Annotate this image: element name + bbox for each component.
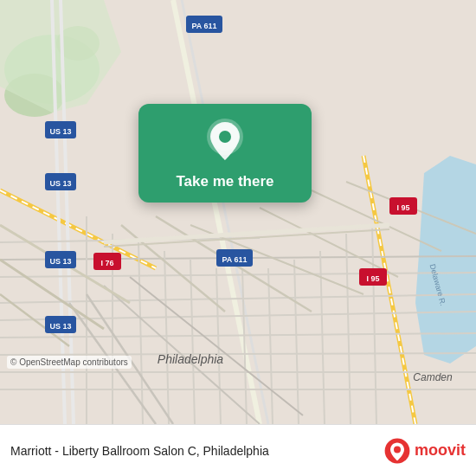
copyright-text: © OpenStreetMap contributors xyxy=(7,356,132,369)
take-me-there-card[interactable]: Take me there xyxy=(138,104,312,203)
map-container: US 13 US 13 US 13 US 13 PA 611 PA 611 I … xyxy=(0,0,476,424)
svg-text:Camden: Camden xyxy=(413,371,453,383)
svg-text:US 13: US 13 xyxy=(49,322,71,331)
moovit-logo[interactable]: moovit xyxy=(383,437,466,465)
svg-text:US 13: US 13 xyxy=(49,257,71,266)
svg-point-75 xyxy=(394,446,401,453)
bottom-bar: Marriott - Liberty Ballroom Salon C, Phi… xyxy=(0,424,476,476)
place-name: Marriott - Liberty Ballroom Salon C, Phi… xyxy=(10,444,375,458)
svg-text:PA 611: PA 611 xyxy=(222,255,247,264)
svg-text:Philadelphia: Philadelphia xyxy=(158,352,223,366)
svg-text:I 95: I 95 xyxy=(366,274,379,283)
take-me-there-label: Take me there xyxy=(176,173,273,190)
location-icon-wrapper xyxy=(203,119,248,164)
svg-text:PA 611: PA 611 xyxy=(191,22,216,30)
svg-text:US 13: US 13 xyxy=(49,127,71,136)
svg-text:I 95: I 95 xyxy=(396,203,409,212)
svg-point-73 xyxy=(219,131,231,143)
svg-marker-1 xyxy=(415,156,476,363)
svg-text:US 13: US 13 xyxy=(49,179,71,188)
moovit-icon xyxy=(383,437,411,465)
moovit-text: moovit xyxy=(415,441,466,460)
svg-text:I 76: I 76 xyxy=(100,259,113,267)
